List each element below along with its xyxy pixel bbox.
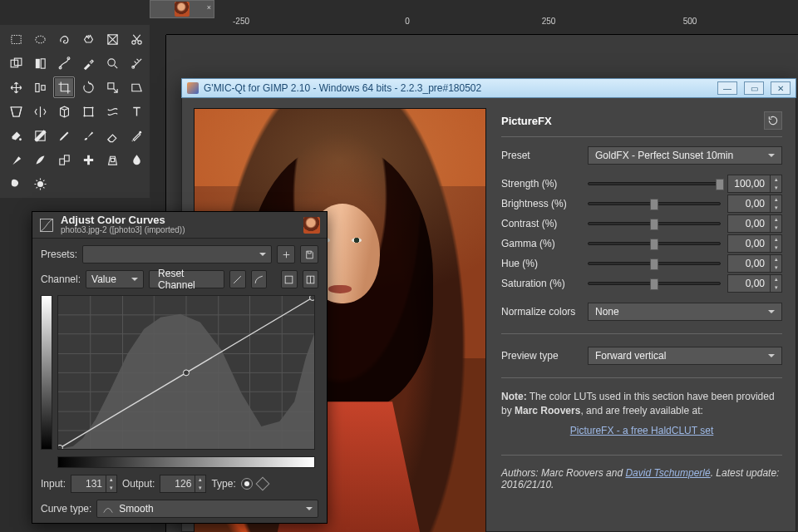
- view-picker-button[interactable]: [281, 270, 297, 288]
- tool-heal[interactable]: [77, 149, 99, 170]
- value-contrast[interactable]: 0,00: [727, 214, 771, 233]
- curves-titlebar[interactable]: Adjust Color Curves photo3.jpg-2 ([photo…: [32, 212, 327, 239]
- preview-type-select[interactable]: Forward vertical: [588, 347, 782, 365]
- value-strength[interactable]: 100,00: [727, 175, 771, 193]
- value-gamma[interactable]: 0,00: [727, 234, 771, 253]
- slider-gamma[interactable]: [588, 234, 721, 253]
- histogram-log-button[interactable]: [251, 270, 267, 288]
- tool-measure[interactable]: [126, 52, 147, 74]
- tool-rect-select[interactable]: [5, 28, 27, 50]
- intelligent-scissors-icon: [130, 32, 144, 47]
- type-smooth-radio[interactable]: [241, 478, 253, 490]
- preset-select[interactable]: GoldFX - Perfect Sunset 10min: [588, 146, 782, 165]
- spinner-arrows[interactable]: ▴▾: [195, 475, 206, 493]
- input-spinner[interactable]: 131 ▴▾: [71, 475, 117, 493]
- tool-warp[interactable]: [101, 101, 123, 122]
- output-value[interactable]: 126: [160, 475, 195, 493]
- note-link[interactable]: PictureFX - a free HaldCLUT set: [501, 424, 782, 438]
- spinner-arrows[interactable]: ▴▾: [771, 195, 782, 213]
- histogram-linear-button[interactable]: [229, 270, 245, 288]
- close-icon[interactable]: ×: [207, 3, 211, 12]
- spinner-arrows[interactable]: ▴▾: [771, 254, 782, 273]
- tool-color-picker[interactable]: [77, 52, 99, 74]
- tool-clone[interactable]: [53, 149, 75, 170]
- view-split-button[interactable]: [303, 270, 318, 288]
- tool-perspective-clone[interactable]: [101, 149, 123, 170]
- spinner-strength[interactable]: 100,00▴▾: [727, 175, 782, 193]
- tool-perspective[interactable]: [5, 101, 27, 122]
- tool-foreground-select[interactable]: [5, 52, 27, 74]
- spinner-hue[interactable]: 0,00▴▾: [727, 254, 782, 273]
- minimize-button[interactable]: —: [717, 81, 737, 95]
- save-preset-button[interactable]: [300, 245, 318, 264]
- tool-fuzzy-select[interactable]: [77, 28, 99, 50]
- curve-type-select[interactable]: Smooth: [96, 500, 318, 518]
- tool-move[interactable]: [5, 76, 27, 98]
- tool-rotate[interactable]: [77, 76, 99, 98]
- maximize-button[interactable]: ▭: [744, 81, 764, 95]
- tool-eraser[interactable]: [101, 125, 123, 146]
- tool-align[interactable]: [29, 76, 51, 98]
- tool-pencil[interactable]: [53, 125, 75, 146]
- value-saturation[interactable]: 0,00: [727, 274, 771, 293]
- close-button[interactable]: ✕: [771, 81, 791, 95]
- tool-paths[interactable]: [53, 52, 75, 74]
- tool-flip[interactable]: [29, 101, 51, 122]
- output-spinner[interactable]: 126 ▴▾: [160, 475, 206, 493]
- svg-point-28: [37, 180, 42, 186]
- svg-rect-25: [59, 159, 64, 165]
- tool-intelligent-scissors[interactable]: [126, 28, 147, 50]
- tool-free-select[interactable]: [53, 28, 75, 50]
- tool-unified-transform[interactable]: [77, 101, 99, 122]
- curves-graph[interactable]: [57, 295, 315, 450]
- reset-channel-button[interactable]: Reset Channel: [149, 270, 224, 288]
- tool-color-select[interactable]: [101, 28, 123, 50]
- tool-crop[interactable]: [53, 76, 75, 98]
- preview-type-label: Preview type: [501, 350, 581, 362]
- slider-brightness[interactable]: [588, 195, 721, 213]
- spinner-gamma[interactable]: 0,00▴▾: [727, 234, 782, 253]
- spinner-saturation[interactable]: 0,00▴▾: [727, 274, 782, 293]
- normalize-select[interactable]: None: [588, 303, 782, 321]
- slider-strength[interactable]: [588, 175, 721, 193]
- spinner-arrows[interactable]: ▴▾: [771, 234, 782, 253]
- tool-cage[interactable]: [53, 101, 75, 122]
- spinner-arrows[interactable]: ▴▾: [106, 475, 117, 493]
- tool-smudge[interactable]: [5, 173, 27, 195]
- slider-contrast[interactable]: [588, 214, 721, 233]
- value-brightness[interactable]: 0,00: [727, 195, 771, 213]
- spinner-arrows[interactable]: ▴▾: [771, 214, 782, 233]
- tool-text[interactable]: [126, 101, 147, 122]
- gmic-titlebar[interactable]: G'MIC-Qt for GIMP 2.10 - Windows 64 bits…: [181, 78, 796, 98]
- tool-blur-sharpen[interactable]: [126, 149, 147, 170]
- tool-zoom[interactable]: [101, 52, 123, 74]
- tool-bucket-fill[interactable]: [5, 125, 27, 146]
- slider-saturation[interactable]: [588, 274, 721, 293]
- tool-ink[interactable]: [5, 149, 27, 170]
- spinner-arrows[interactable]: ▴▾: [771, 175, 782, 193]
- tool-blend[interactable]: [29, 125, 51, 146]
- tool-mypaint[interactable]: [29, 149, 51, 170]
- presets-select[interactable]: [82, 245, 272, 264]
- tool-scale[interactable]: [101, 76, 123, 98]
- type-corner-radio[interactable]: [255, 477, 269, 491]
- svg-rect-14: [35, 83, 38, 91]
- tool-shear[interactable]: [126, 76, 147, 98]
- value-hue[interactable]: 0,00: [727, 254, 771, 273]
- spinner-arrows[interactable]: ▴▾: [771, 274, 782, 293]
- ruler-horizontal[interactable]: -250 0 250 500: [166, 18, 798, 35]
- input-value[interactable]: 131: [71, 475, 106, 493]
- slider-hue[interactable]: [588, 254, 721, 273]
- tool-airbrush[interactable]: [126, 125, 147, 146]
- author-link[interactable]: David Tschumperlé: [625, 467, 710, 479]
- channel-select[interactable]: Value: [86, 270, 144, 288]
- spinner-brightness[interactable]: 0,00▴▾: [727, 195, 782, 213]
- tool-bycolor[interactable]: [29, 52, 51, 74]
- tool-paintbrush[interactable]: [77, 125, 99, 146]
- tool-ellipse-select[interactable]: [29, 28, 51, 50]
- reload-button[interactable]: [764, 111, 782, 130]
- tool-dodge-burn[interactable]: [29, 173, 51, 195]
- spinner-contrast[interactable]: 0,00▴▾: [727, 214, 782, 233]
- image-tab[interactable]: ×: [150, 0, 214, 18]
- add-preset-button[interactable]: [277, 245, 295, 264]
